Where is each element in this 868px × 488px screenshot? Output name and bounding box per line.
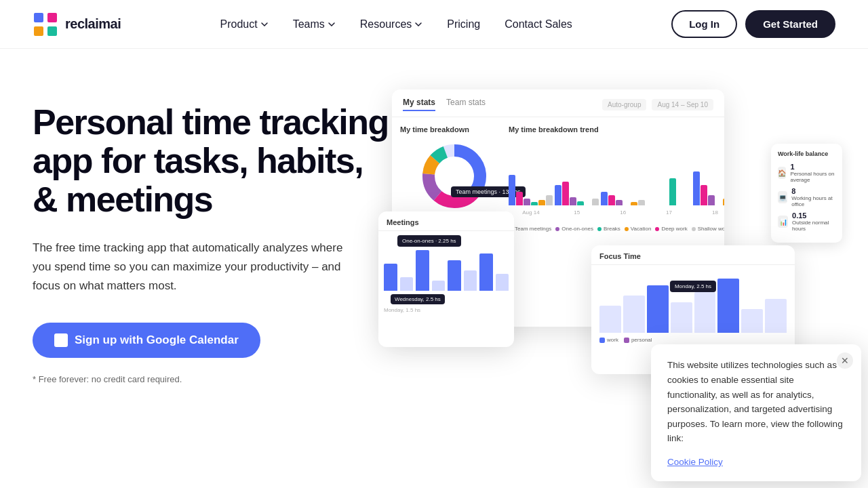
cookie-text: This website utilizes technologies such … [667, 358, 845, 446]
meetings-card: Meetings One-on-ones · 2.25 hs Wednesd [378, 211, 514, 347]
nav-item-product[interactable]: Product [211, 13, 278, 36]
bar-chart [509, 139, 724, 207]
auto-group-label: Auto-group [602, 99, 646, 110]
dashboard-header: My stats Team stats Auto-group Aug 14 – … [392, 89, 724, 117]
wlb-item-outside: 📊 0.15 Outside normal hours [778, 211, 835, 232]
hero-note: * Free forever: no credit card required. [33, 374, 392, 384]
hero-subtitle: The free time tracking app that automati… [33, 239, 358, 296]
hero-image: My stats Team stats Auto-group Aug 14 – … [378, 89, 835, 374]
wlb-outside-value: 0.15 [792, 211, 835, 220]
cookie-policy-link[interactable]: Cookie Policy [667, 457, 723, 467]
wlb-work-value: 8 [791, 187, 835, 195]
hero-content: Personal time tracking app for tasks, ha… [33, 89, 392, 384]
trend-legend: Team meetings One-on-ones Breaks Vacatio… [509, 226, 724, 232]
wlb-work-label: Working hours at office [791, 195, 835, 207]
nav-item-pricing[interactable]: Pricing [437, 13, 490, 36]
focus-body: Monday, 2.5 hs work personal [591, 265, 795, 350]
nav-item-resources[interactable]: Resources [351, 13, 432, 36]
hero-title: Personal time tracking app for tasks, ha… [33, 103, 392, 220]
wlb-item-work: 💻 8 Working hours at office [778, 187, 835, 207]
tab-my-stats[interactable]: My stats [403, 98, 435, 111]
hero-section: Personal time tracking app for tasks, ha… [0, 49, 868, 384]
wlb-item-personal: 🏠 1 Personal hours on average [778, 163, 835, 183]
signup-button[interactable]: Sign up with Google Calendar [33, 323, 260, 358]
logo-text: reclaimai [65, 16, 121, 32]
chevron-down-icon [260, 20, 269, 28]
meetings-chart: One-on-ones · 2.25 hs Wednesday, 2.5 hs [384, 237, 509, 304]
chevron-down-icon [328, 20, 336, 28]
meeting-tooltip-1: One-on-ones · 2.25 hs [397, 235, 461, 247]
logo[interactable]: reclaimai [33, 12, 121, 37]
svg-rect-0 [34, 13, 43, 22]
svg-rect-1 [47, 13, 57, 22]
nav-actions: Log In Get Started [671, 10, 835, 38]
time-breakdown-title: My time breakdown [400, 125, 509, 134]
date-range-label: Aug 14 – Sep 10 [652, 99, 713, 110]
chart-icon: 📊 [778, 216, 788, 228]
meeting-day-label: Monday, 1.5 hs [384, 307, 509, 313]
wlb-title: Work-life balance [778, 150, 835, 157]
cookie-close-button[interactable]: ✕ [837, 352, 853, 369]
work-life-balance-card: Work-life balance 🏠 1 Personal hours on … [771, 144, 842, 243]
focus-title: Focus Time [591, 245, 795, 265]
svg-rect-2 [34, 26, 43, 36]
navbar: reclaimai Product Teams Resources Pricin… [0, 0, 868, 49]
trend-chart: Aug 20 Team meetings · 3.5 hs One-on-one… [509, 139, 724, 220]
tab-team-stats[interactable]: Team stats [446, 98, 486, 111]
get-started-button[interactable]: Get Started [745, 10, 835, 38]
computer-icon: 💻 [778, 191, 787, 203]
focus-tooltip: Monday, 2.5 hs [670, 281, 716, 292]
login-button[interactable]: Log In [671, 10, 737, 38]
meetings-title: Meetings [378, 211, 514, 231]
focus-legend: work personal [599, 337, 787, 343]
nav-item-contact[interactable]: Contact Sales [495, 13, 582, 36]
dashboard-tabs: My stats Team stats [403, 98, 486, 111]
nav-links: Product Teams Resources Pricing Contact … [211, 13, 582, 36]
trend-title: My time breakdown trend [509, 125, 724, 134]
nav-item-teams[interactable]: Teams [283, 13, 345, 36]
cookie-banner: ✕ This website utilizes technologies suc… [651, 344, 861, 481]
meetings-body: One-on-ones · 2.25 hs Wednesday, 2.5 hs … [378, 231, 514, 319]
donut-chart: Team meetings · 13.9hs [417, 139, 492, 214]
svg-rect-3 [47, 26, 57, 36]
house-icon: 🏠 [778, 167, 786, 179]
chevron-down-icon [414, 20, 422, 28]
wlb-personal-value: 1 [790, 163, 835, 171]
wlb-outside-label: Outside normal hours [792, 220, 835, 232]
meeting-tooltip-2: Wednesday, 2.5 hs [391, 294, 445, 304]
wlb-personal-label: Personal hours on average [790, 171, 835, 183]
